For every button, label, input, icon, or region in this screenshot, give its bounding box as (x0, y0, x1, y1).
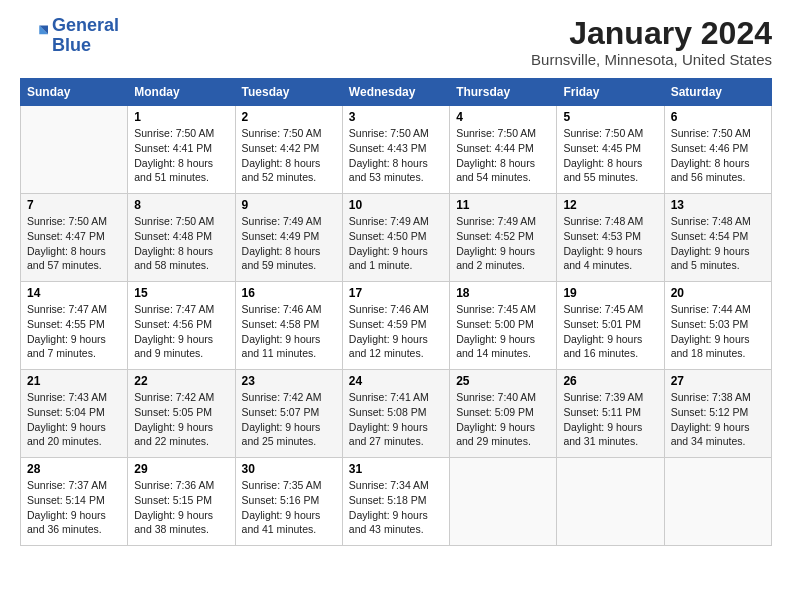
day-content: Sunrise: 7:47 AM Sunset: 4:55 PM Dayligh… (27, 302, 121, 361)
logo: General Blue (20, 16, 119, 56)
day-header-thursday: Thursday (450, 79, 557, 106)
calendar-cell: 16Sunrise: 7:46 AM Sunset: 4:58 PM Dayli… (235, 282, 342, 370)
day-header-monday: Monday (128, 79, 235, 106)
day-content: Sunrise: 7:50 AM Sunset: 4:42 PM Dayligh… (242, 126, 336, 185)
day-number: 10 (349, 198, 443, 212)
week-row-3: 14Sunrise: 7:47 AM Sunset: 4:55 PM Dayli… (21, 282, 772, 370)
day-content: Sunrise: 7:47 AM Sunset: 4:56 PM Dayligh… (134, 302, 228, 361)
day-content: Sunrise: 7:37 AM Sunset: 5:14 PM Dayligh… (27, 478, 121, 537)
week-row-5: 28Sunrise: 7:37 AM Sunset: 5:14 PM Dayli… (21, 458, 772, 546)
day-content: Sunrise: 7:46 AM Sunset: 4:59 PM Dayligh… (349, 302, 443, 361)
day-number: 11 (456, 198, 550, 212)
day-number: 24 (349, 374, 443, 388)
calendar-cell: 10Sunrise: 7:49 AM Sunset: 4:50 PM Dayli… (342, 194, 449, 282)
day-header-wednesday: Wednesday (342, 79, 449, 106)
calendar-cell (21, 106, 128, 194)
day-number: 25 (456, 374, 550, 388)
calendar-cell: 19Sunrise: 7:45 AM Sunset: 5:01 PM Dayli… (557, 282, 664, 370)
day-number: 27 (671, 374, 765, 388)
day-number: 3 (349, 110, 443, 124)
day-content: Sunrise: 7:49 AM Sunset: 4:52 PM Dayligh… (456, 214, 550, 273)
location-title: Burnsville, Minnesota, United States (531, 51, 772, 68)
day-header-friday: Friday (557, 79, 664, 106)
day-content: Sunrise: 7:50 AM Sunset: 4:43 PM Dayligh… (349, 126, 443, 185)
day-content: Sunrise: 7:36 AM Sunset: 5:15 PM Dayligh… (134, 478, 228, 537)
day-content: Sunrise: 7:38 AM Sunset: 5:12 PM Dayligh… (671, 390, 765, 449)
calendar-cell: 11Sunrise: 7:49 AM Sunset: 4:52 PM Dayli… (450, 194, 557, 282)
calendar-cell: 8Sunrise: 7:50 AM Sunset: 4:48 PM Daylig… (128, 194, 235, 282)
calendar-cell: 20Sunrise: 7:44 AM Sunset: 5:03 PM Dayli… (664, 282, 771, 370)
calendar-cell (664, 458, 771, 546)
logo-icon (20, 22, 48, 50)
calendar-cell: 21Sunrise: 7:43 AM Sunset: 5:04 PM Dayli… (21, 370, 128, 458)
day-content: Sunrise: 7:45 AM Sunset: 5:00 PM Dayligh… (456, 302, 550, 361)
day-number: 14 (27, 286, 121, 300)
day-number: 4 (456, 110, 550, 124)
day-header-saturday: Saturday (664, 79, 771, 106)
day-content: Sunrise: 7:46 AM Sunset: 4:58 PM Dayligh… (242, 302, 336, 361)
calendar-cell: 6Sunrise: 7:50 AM Sunset: 4:46 PM Daylig… (664, 106, 771, 194)
day-content: Sunrise: 7:41 AM Sunset: 5:08 PM Dayligh… (349, 390, 443, 449)
calendar-cell: 1Sunrise: 7:50 AM Sunset: 4:41 PM Daylig… (128, 106, 235, 194)
week-row-2: 7Sunrise: 7:50 AM Sunset: 4:47 PM Daylig… (21, 194, 772, 282)
day-number: 30 (242, 462, 336, 476)
day-number: 2 (242, 110, 336, 124)
day-number: 19 (563, 286, 657, 300)
calendar-cell: 12Sunrise: 7:48 AM Sunset: 4:53 PM Dayli… (557, 194, 664, 282)
calendar-cell: 25Sunrise: 7:40 AM Sunset: 5:09 PM Dayli… (450, 370, 557, 458)
day-number: 9 (242, 198, 336, 212)
calendar-cell: 18Sunrise: 7:45 AM Sunset: 5:00 PM Dayli… (450, 282, 557, 370)
calendar-cell (557, 458, 664, 546)
day-number: 15 (134, 286, 228, 300)
calendar-cell: 5Sunrise: 7:50 AM Sunset: 4:45 PM Daylig… (557, 106, 664, 194)
day-number: 18 (456, 286, 550, 300)
logo-text: General Blue (52, 16, 119, 56)
day-content: Sunrise: 7:42 AM Sunset: 5:07 PM Dayligh… (242, 390, 336, 449)
day-content: Sunrise: 7:48 AM Sunset: 4:54 PM Dayligh… (671, 214, 765, 273)
calendar-cell: 29Sunrise: 7:36 AM Sunset: 5:15 PM Dayli… (128, 458, 235, 546)
calendar-cell: 31Sunrise: 7:34 AM Sunset: 5:18 PM Dayli… (342, 458, 449, 546)
day-content: Sunrise: 7:44 AM Sunset: 5:03 PM Dayligh… (671, 302, 765, 361)
day-number: 13 (671, 198, 765, 212)
header-row: SundayMondayTuesdayWednesdayThursdayFrid… (21, 79, 772, 106)
week-row-1: 1Sunrise: 7:50 AM Sunset: 4:41 PM Daylig… (21, 106, 772, 194)
day-content: Sunrise: 7:45 AM Sunset: 5:01 PM Dayligh… (563, 302, 657, 361)
calendar-cell: 28Sunrise: 7:37 AM Sunset: 5:14 PM Dayli… (21, 458, 128, 546)
day-number: 6 (671, 110, 765, 124)
calendar-cell: 24Sunrise: 7:41 AM Sunset: 5:08 PM Dayli… (342, 370, 449, 458)
day-number: 21 (27, 374, 121, 388)
day-number: 16 (242, 286, 336, 300)
day-content: Sunrise: 7:49 AM Sunset: 4:50 PM Dayligh… (349, 214, 443, 273)
header: General Blue January 2024 Burnsville, Mi… (20, 16, 772, 68)
day-content: Sunrise: 7:42 AM Sunset: 5:05 PM Dayligh… (134, 390, 228, 449)
day-number: 31 (349, 462, 443, 476)
calendar-cell: 9Sunrise: 7:49 AM Sunset: 4:49 PM Daylig… (235, 194, 342, 282)
calendar-cell: 22Sunrise: 7:42 AM Sunset: 5:05 PM Dayli… (128, 370, 235, 458)
calendar-cell: 13Sunrise: 7:48 AM Sunset: 4:54 PM Dayli… (664, 194, 771, 282)
month-title: January 2024 (531, 16, 772, 51)
day-number: 12 (563, 198, 657, 212)
calendar-cell: 23Sunrise: 7:42 AM Sunset: 5:07 PM Dayli… (235, 370, 342, 458)
day-content: Sunrise: 7:50 AM Sunset: 4:41 PM Dayligh… (134, 126, 228, 185)
day-content: Sunrise: 7:43 AM Sunset: 5:04 PM Dayligh… (27, 390, 121, 449)
calendar-table: SundayMondayTuesdayWednesdayThursdayFrid… (20, 78, 772, 546)
day-number: 28 (27, 462, 121, 476)
calendar-cell: 2Sunrise: 7:50 AM Sunset: 4:42 PM Daylig… (235, 106, 342, 194)
calendar-cell: 7Sunrise: 7:50 AM Sunset: 4:47 PM Daylig… (21, 194, 128, 282)
day-number: 8 (134, 198, 228, 212)
day-content: Sunrise: 7:50 AM Sunset: 4:44 PM Dayligh… (456, 126, 550, 185)
day-content: Sunrise: 7:50 AM Sunset: 4:47 PM Dayligh… (27, 214, 121, 273)
day-number: 5 (563, 110, 657, 124)
day-number: 17 (349, 286, 443, 300)
calendar-cell: 15Sunrise: 7:47 AM Sunset: 4:56 PM Dayli… (128, 282, 235, 370)
calendar-cell: 27Sunrise: 7:38 AM Sunset: 5:12 PM Dayli… (664, 370, 771, 458)
day-number: 29 (134, 462, 228, 476)
calendar-cell (450, 458, 557, 546)
day-header-tuesday: Tuesday (235, 79, 342, 106)
calendar-cell: 17Sunrise: 7:46 AM Sunset: 4:59 PM Dayli… (342, 282, 449, 370)
day-content: Sunrise: 7:34 AM Sunset: 5:18 PM Dayligh… (349, 478, 443, 537)
day-number: 1 (134, 110, 228, 124)
calendar-cell: 4Sunrise: 7:50 AM Sunset: 4:44 PM Daylig… (450, 106, 557, 194)
calendar-cell: 3Sunrise: 7:50 AM Sunset: 4:43 PM Daylig… (342, 106, 449, 194)
calendar-cell: 14Sunrise: 7:47 AM Sunset: 4:55 PM Dayli… (21, 282, 128, 370)
